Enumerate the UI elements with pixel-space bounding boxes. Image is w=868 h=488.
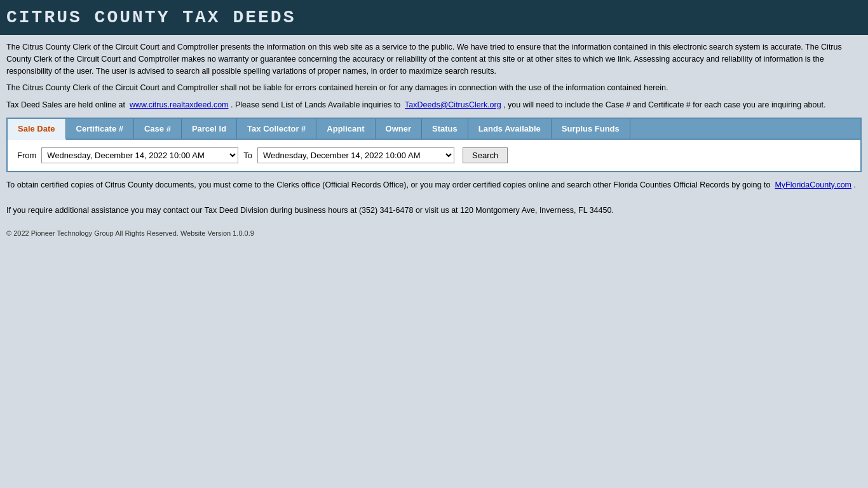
myfloridacounty-link[interactable]: MyFloridaCounty.com <box>775 180 851 189</box>
main-content: The Citrus County Clerk of the Circuit C… <box>0 35 868 223</box>
tab-tax-collector[interactable]: Tax Collector # <box>237 119 316 139</box>
tab-applicant[interactable]: Applicant <box>316 119 375 139</box>
footer-paragraph1: To obtain certified copies of Citrus Cou… <box>6 179 862 191</box>
to-label: To <box>243 151 252 160</box>
tab-bar: Sale Date Certificate # Case # Parcel Id… <box>8 119 860 140</box>
tab-lands-available[interactable]: Lands Available <box>468 119 552 139</box>
copyright-text: © 2022 Pioneer Technology Group All Righ… <box>6 229 254 237</box>
search-row: From Wednesday, December 14, 2022 10:00 … <box>8 140 860 171</box>
footer-paragraph2: If you require additional assistance you… <box>6 204 862 217</box>
disclaimer-paragraph1: The Citrus County Clerk of the Circuit C… <box>6 41 862 77</box>
tab-status[interactable]: Status <box>422 119 468 139</box>
page-title: CITRUS COUNTY TAX DEEDS <box>6 8 862 27</box>
tab-case[interactable]: Case # <box>134 119 182 139</box>
disclaimer-paragraph2: The Citrus County Clerk of the Circuit C… <box>6 82 862 94</box>
tab-parcel-id[interactable]: Parcel Id <box>182 119 237 139</box>
from-date-select[interactable]: Wednesday, December 14, 2022 10:00 AM We… <box>41 147 238 163</box>
tab-owner[interactable]: Owner <box>376 119 422 139</box>
search-container: Sale Date Certificate # Case # Parcel Id… <box>6 118 862 172</box>
tab-sale-date[interactable]: Sale Date <box>8 119 66 140</box>
realtaxdeed-link[interactable]: www.citrus.realtaxdeed.com <box>130 100 229 109</box>
from-label: From <box>17 151 36 160</box>
tab-surplus-funds[interactable]: Surplus Funds <box>552 119 630 139</box>
footer-section: To obtain certified copies of Citrus Cou… <box>6 179 862 223</box>
tab-certificate[interactable]: Certificate # <box>66 119 134 139</box>
copyright-bar: © 2022 Pioneer Technology Group All Righ… <box>0 223 868 243</box>
disclaimer-paragraph3: Tax Deed Sales are held online at www.ci… <box>6 99 862 111</box>
page-header: CITRUS COUNTY TAX DEEDS <box>0 0 868 35</box>
taxdeeds-email-link[interactable]: TaxDeeds@CitrusClerk.org <box>405 100 501 109</box>
search-button[interactable]: Search <box>463 147 508 163</box>
to-date-select[interactable]: Wednesday, December 14, 2022 10:00 AM We… <box>257 147 454 163</box>
